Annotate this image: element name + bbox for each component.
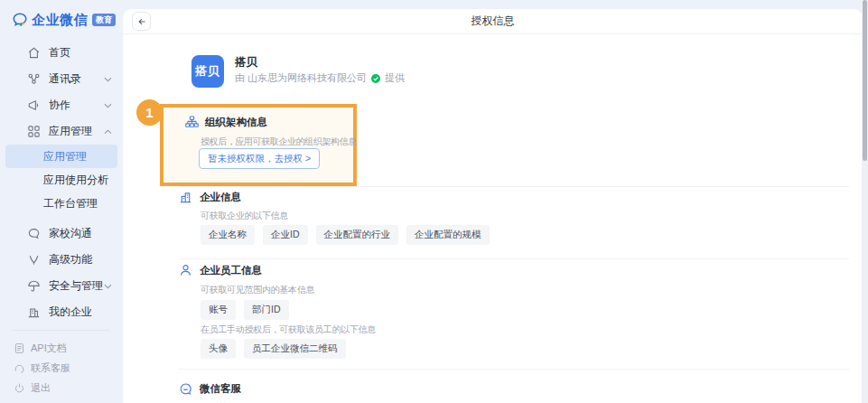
section-title-wechat-kefu: 微信客服 bbox=[200, 382, 241, 396]
enterprise-icon bbox=[27, 305, 41, 319]
authorization-info-body: 搭贝 搭贝 由 山东思为网络科技有限公司 提供 1 组织架构信息 授权后，应用可… bbox=[123, 34, 863, 402]
customer-service-chat-icon bbox=[179, 382, 192, 396]
back-button[interactable] bbox=[132, 12, 151, 31]
sidebar-subitem-workbench-management[interactable]: 工作台管理 bbox=[0, 192, 123, 215]
wecom-bubble-icon bbox=[12, 12, 28, 28]
sidebar-item-home-school[interactable]: 家校沟通 bbox=[0, 220, 123, 247]
umbrella-icon bbox=[27, 279, 41, 293]
contacts-icon bbox=[27, 72, 41, 86]
collaboration-icon bbox=[27, 98, 41, 112]
permission-tag: 员工企业微信二维码 bbox=[244, 339, 346, 359]
provider-text: 由 山东思为网络科技有限公司 bbox=[235, 71, 367, 85]
sidebar-subitem-label: 工作台管理 bbox=[43, 196, 98, 211]
section-desc-enterprise-info: 可获取企业的以下信息 bbox=[201, 210, 288, 222]
section-divider bbox=[179, 186, 849, 187]
sidebar-item-my-enterprise[interactable]: 我的企业 bbox=[0, 299, 123, 325]
apps-grid-icon bbox=[27, 125, 41, 138]
section-desc-org-structure: 授权后，应用可获取企业的组织架构信息 bbox=[201, 136, 357, 148]
permission-tag: 企业配置的规模 bbox=[406, 225, 490, 245]
sidebar-item-label: 通讯录 bbox=[49, 71, 81, 87]
enterprise-permission-tags: 企业名称 企业ID 企业配置的行业 企业配置的规模 bbox=[201, 225, 490, 245]
verified-check-icon bbox=[370, 73, 381, 84]
sidebar-link-label: 联系客服 bbox=[31, 361, 70, 375]
sidebar-item-security-management[interactable]: 安全与管理 bbox=[0, 273, 123, 299]
app-provider: 由 山东思为网络科技有限公司 提供 bbox=[235, 71, 405, 85]
permission-tag: 账号 bbox=[201, 300, 236, 320]
chevron-down-icon bbox=[104, 77, 112, 82]
permission-tag: 企业名称 bbox=[201, 225, 255, 245]
sidebar-item-label: 我的企业 bbox=[49, 305, 92, 320]
scrollbar-track bbox=[862, 0, 868, 403]
permission-tag: 部门ID bbox=[244, 300, 289, 320]
org-structure-highlight-box: 组织架构信息 授权后，应用可获取企业的组织架构信息 暂未授权权限，去授权 > bbox=[160, 104, 357, 186]
sidebar-subitem-app-management[interactable]: 应用管理 bbox=[5, 145, 117, 168]
document-icon bbox=[14, 342, 25, 354]
permission-tag: 企业配置的行业 bbox=[316, 225, 399, 245]
sidebar-item-advanced-features[interactable]: 高级功能 bbox=[0, 247, 123, 273]
app-logo-tile: 搭贝 bbox=[191, 55, 224, 88]
home-icon bbox=[27, 46, 41, 60]
go-authorize-button[interactable]: 暂未授权权限，去授权 > bbox=[199, 148, 320, 169]
app-name: 搭贝 bbox=[235, 55, 257, 70]
sidebar-link-label: 退出 bbox=[31, 381, 51, 395]
edition-badge: 教育 bbox=[92, 14, 116, 26]
chevron-up-icon bbox=[104, 129, 112, 135]
chat-bubble-icon bbox=[27, 227, 41, 240]
section-title-employee-info: 企业员工信息 bbox=[200, 264, 262, 277]
section-title-enterprise-info: 企业信息 bbox=[200, 191, 241, 204]
logo-text: 企业微信 bbox=[32, 12, 88, 29]
section-divider bbox=[179, 258, 849, 259]
sidebar-item-label: 高级功能 bbox=[49, 252, 92, 267]
page-title: 授权信息 bbox=[471, 14, 515, 29]
building-icon bbox=[179, 191, 192, 204]
sidebar: 企业微信 教育 首页 通讯录 协作 应用管理 应用管理 应用使用分析 工作台管理… bbox=[0, 0, 123, 403]
permission-tag: 头像 bbox=[201, 339, 236, 359]
org-chart-icon bbox=[185, 116, 199, 129]
arrow-left-icon bbox=[136, 16, 147, 27]
sidebar-item-app-management[interactable]: 应用管理 bbox=[0, 118, 123, 145]
power-icon bbox=[14, 382, 25, 394]
sidebar-item-label: 家校沟通 bbox=[49, 226, 92, 241]
app-logo: 企业微信 教育 bbox=[0, 0, 123, 40]
sidebar-item-home[interactable]: 首页 bbox=[0, 40, 123, 66]
sidebar-subitem-label: 应用使用分析 bbox=[43, 173, 108, 188]
sidebar-item-label: 安全与管理 bbox=[49, 278, 103, 294]
section-divider bbox=[179, 369, 849, 370]
person-icon bbox=[179, 264, 192, 277]
employee-manual-permission-tags: 头像 员工企业微信二维码 bbox=[201, 339, 346, 359]
provider-suffix: 提供 bbox=[385, 71, 405, 85]
sidebar-link-logout[interactable]: 退出 bbox=[0, 378, 123, 398]
sidebar-link-label: API文档 bbox=[31, 342, 67, 355]
scrollbar-thumb[interactable] bbox=[863, 0, 867, 161]
main-content-card: 授权信息 搭贝 搭贝 由 山东思为网络科技有限公司 提供 1 组织架构信息 授权… bbox=[123, 9, 863, 403]
headset-icon bbox=[14, 362, 25, 374]
sidebar-item-label: 应用管理 bbox=[49, 124, 92, 139]
sidebar-subitem-label: 应用管理 bbox=[43, 149, 87, 164]
sidebar-item-contacts[interactable]: 通讯录 bbox=[0, 66, 123, 92]
chevron-down-icon bbox=[104, 103, 112, 108]
section-title-org-structure: 组织架构信息 bbox=[205, 116, 267, 129]
sidebar-item-collaboration[interactable]: 协作 bbox=[0, 92, 123, 118]
sidebar-item-label: 首页 bbox=[49, 45, 70, 61]
sidebar-link-api-docs[interactable]: API文档 bbox=[0, 338, 123, 358]
section-desc-employee-basic: 可获取可见范围内的基本信息 bbox=[201, 284, 314, 296]
sidebar-subitem-app-usage-analysis[interactable]: 应用使用分析 bbox=[0, 168, 123, 192]
sidebar-item-label: 协作 bbox=[49, 98, 70, 113]
sidebar-divider bbox=[13, 330, 110, 331]
employee-basic-permission-tags: 账号 部门ID bbox=[201, 300, 289, 320]
chevron-down-icon bbox=[104, 284, 112, 289]
advanced-features-icon bbox=[27, 253, 41, 267]
section-desc-employee-manual-auth: 在员工手动授权后，可获取该员工的以下信息 bbox=[201, 323, 376, 336]
permission-tag: 企业ID bbox=[263, 225, 308, 245]
page-header: 授权信息 bbox=[123, 9, 863, 34]
sidebar-link-contact-support[interactable]: 联系客服 bbox=[0, 358, 123, 378]
annotation-step-badge: 1 bbox=[136, 99, 163, 126]
